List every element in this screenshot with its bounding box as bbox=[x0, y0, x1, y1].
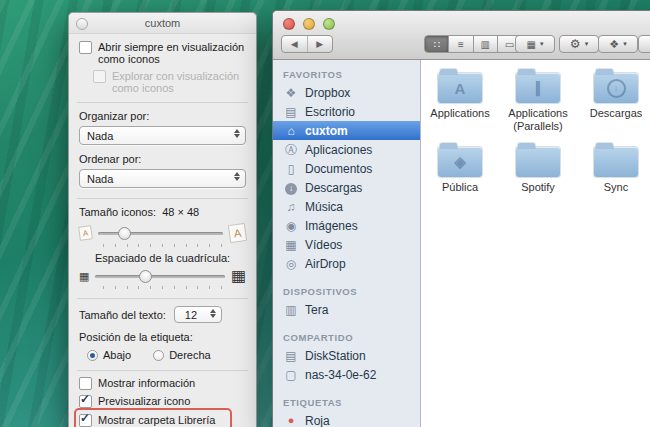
folder-applications-parallels[interactable]: ∥ Applications (Parallels) bbox=[499, 68, 577, 133]
panel-title: cuxtom bbox=[145, 17, 180, 29]
sidebar-item-imagenes[interactable]: ◉ Imágenes bbox=[273, 216, 420, 235]
text-size-stepper[interactable]: 12 bbox=[174, 306, 222, 323]
checkbox-icon[interactable] bbox=[79, 377, 92, 390]
music-icon: ♫ bbox=[283, 201, 299, 213]
slider-ticks bbox=[103, 286, 222, 289]
folder-grid: A Applications ∥ Applications (Parallels… bbox=[421, 68, 650, 195]
list-view-icon[interactable]: ≡ bbox=[448, 36, 472, 52]
folder-icon: ◈ bbox=[438, 147, 482, 177]
checkbox-browse-label: Explorar con visualización como iconos bbox=[112, 70, 246, 94]
updown-arrows-icon bbox=[234, 129, 240, 138]
checkbox-show-info[interactable]: Mostrar información bbox=[79, 377, 246, 390]
folder-spotify[interactable]: Spotify bbox=[499, 142, 577, 194]
radio-icon[interactable] bbox=[87, 350, 98, 361]
sidebar-item-tag-roja[interactable]: ● Roja bbox=[273, 411, 420, 427]
downloads-icon: ↓ bbox=[283, 181, 299, 195]
radio-derecha[interactable]: Derecha bbox=[153, 349, 211, 361]
zoom-window-icon[interactable] bbox=[323, 18, 335, 30]
sidebar-item-tera[interactable]: ▥ Tera bbox=[273, 300, 420, 319]
favorites-header: FAVORITOS bbox=[273, 69, 420, 80]
close-icon[interactable] bbox=[76, 18, 88, 30]
slider-track[interactable] bbox=[95, 275, 224, 278]
grid-spacing-slider-row: ▦ ▦ bbox=[79, 268, 246, 284]
checkbox-show-info-label: Mostrar información bbox=[98, 377, 195, 389]
checkbox-preview-icon[interactable]: Previsualizar icono bbox=[79, 395, 246, 408]
forward-icon[interactable]: ▶ bbox=[308, 39, 333, 49]
radio-derecha-label: Derecha bbox=[169, 349, 211, 361]
slider-thumb[interactable] bbox=[118, 227, 131, 240]
folder-icon: ∥ bbox=[516, 73, 560, 103]
checkbox-icon[interactable] bbox=[79, 41, 92, 54]
back-icon[interactable]: ◀ bbox=[282, 39, 307, 49]
checkbox-open-always-label: Abrir siempre en visualización como icon… bbox=[98, 41, 246, 65]
shared-header: COMPARTIDO bbox=[273, 332, 420, 343]
videos-icon: ▦ bbox=[283, 239, 299, 251]
dropbox-button[interactable]: ❖ ▾ bbox=[598, 35, 638, 53]
text-size-label: Tamaño del texto: bbox=[79, 309, 166, 321]
documents-icon: ▯ bbox=[283, 163, 299, 175]
icon-size-slider[interactable] bbox=[98, 227, 223, 240]
sidebar-item-diskstation[interactable]: ▤ DiskStation bbox=[273, 346, 420, 365]
arrange-button[interactable]: ▦ ▾ bbox=[515, 35, 555, 53]
chevron-down-icon: ▾ bbox=[585, 40, 589, 48]
checkbox-preview-label: Previsualizar icono bbox=[98, 395, 190, 407]
sidebar-item-cuxtom[interactable]: ⌂ cuxtom bbox=[273, 121, 420, 140]
sidebar-item-escritorio[interactable]: ▤ Escritorio bbox=[273, 102, 420, 121]
slider-thumb[interactable] bbox=[139, 270, 152, 283]
radio-abajo-label: Abajo bbox=[103, 349, 131, 361]
large-icon-icon: A bbox=[228, 223, 247, 243]
checkbox-icon[interactable] bbox=[79, 395, 92, 408]
small-icon-icon: A bbox=[78, 225, 93, 241]
icon-size-value: 48 × 48 bbox=[162, 206, 199, 218]
grid-spacing-slider[interactable] bbox=[95, 270, 224, 283]
sidebar-item-videos[interactable]: ▦ Vídeos bbox=[273, 235, 420, 254]
finder-body: FAVORITOS ❖ Dropbox ▤ Escritorio ⌂ cuxto… bbox=[273, 60, 650, 427]
sort-by-select[interactable]: Nada bbox=[79, 169, 246, 188]
share-button[interactable]: ↗ bbox=[638, 35, 650, 53]
radio-icon[interactable] bbox=[153, 350, 164, 361]
sidebar-item-aplicaciones[interactable]: Ⓐ Aplicaciones bbox=[273, 140, 420, 159]
checkbox-show-library-label: Mostrar carpeta Librería bbox=[98, 414, 215, 426]
airdrop-icon: ◎ bbox=[283, 258, 299, 270]
folder-descargas[interactable]: ↓ Descargas bbox=[577, 68, 650, 133]
folder-applications[interactable]: A Applications bbox=[421, 68, 499, 133]
divider bbox=[77, 102, 248, 103]
folder-sync[interactable]: Sync bbox=[577, 142, 650, 194]
icon-view-icon[interactable]: ∷ bbox=[425, 36, 448, 52]
tags-header: ETIQUETAS bbox=[273, 397, 420, 408]
grid-spacing-label: Espaciado de la cuadrícula: bbox=[79, 252, 246, 264]
checkbox-icon bbox=[93, 70, 106, 83]
server-icon: ▤ bbox=[283, 350, 299, 362]
close-window-icon[interactable] bbox=[283, 18, 295, 30]
slider-track[interactable] bbox=[98, 232, 223, 235]
sidebar-item-musica[interactable]: ♫ Música bbox=[273, 197, 420, 216]
view-options-panel: cuxtom Abrir siempre en visualización co… bbox=[68, 12, 257, 427]
organize-by-label: Organizar por: bbox=[79, 110, 246, 122]
divider bbox=[77, 298, 248, 299]
folder-icon bbox=[594, 147, 638, 177]
finder-window: ◀ ▶ ∷ ≡ ▥ ▭ ▦ ▾ ⚙ ▾ ❖ ▾ ↗ bbox=[272, 10, 650, 427]
red-tag-icon: ● bbox=[283, 415, 299, 426]
action-button[interactable]: ⚙ ▾ bbox=[559, 35, 599, 53]
small-grid-icon: ▦ bbox=[79, 271, 89, 282]
organize-by-select[interactable]: Nada bbox=[79, 126, 246, 145]
sidebar-item-documentos[interactable]: ▯ Documentos bbox=[273, 159, 420, 178]
column-view-icon[interactable]: ▥ bbox=[473, 36, 497, 52]
nav-buttons: ◀ ▶ bbox=[281, 35, 333, 53]
radio-abajo[interactable]: Abajo bbox=[87, 349, 131, 361]
divider bbox=[77, 198, 248, 199]
panel-titlebar[interactable]: cuxtom bbox=[69, 13, 256, 34]
checkbox-icon[interactable] bbox=[79, 414, 92, 427]
organize-by-value: Nada bbox=[87, 130, 113, 142]
minimize-window-icon[interactable] bbox=[303, 18, 315, 30]
sidebar-item-descargas[interactable]: ↓ Descargas bbox=[273, 178, 420, 197]
sidebar-item-dropbox[interactable]: ❖ Dropbox bbox=[273, 83, 420, 102]
nas-icon: ▢ bbox=[283, 369, 299, 381]
checkbox-open-always[interactable]: Abrir siempre en visualización como icon… bbox=[79, 41, 246, 65]
checkbox-show-library[interactable]: Mostrar carpeta Librería bbox=[79, 414, 246, 427]
folder-publica[interactable]: ◈ Pública bbox=[421, 142, 499, 194]
checkbox-browse-icons: Explorar con visualización como iconos bbox=[93, 70, 246, 94]
traffic-lights bbox=[283, 18, 335, 30]
sidebar-item-airdrop[interactable]: ◎ AirDrop bbox=[273, 254, 420, 273]
sidebar-item-nas[interactable]: ▢ nas-34-0e-62 bbox=[273, 365, 420, 384]
